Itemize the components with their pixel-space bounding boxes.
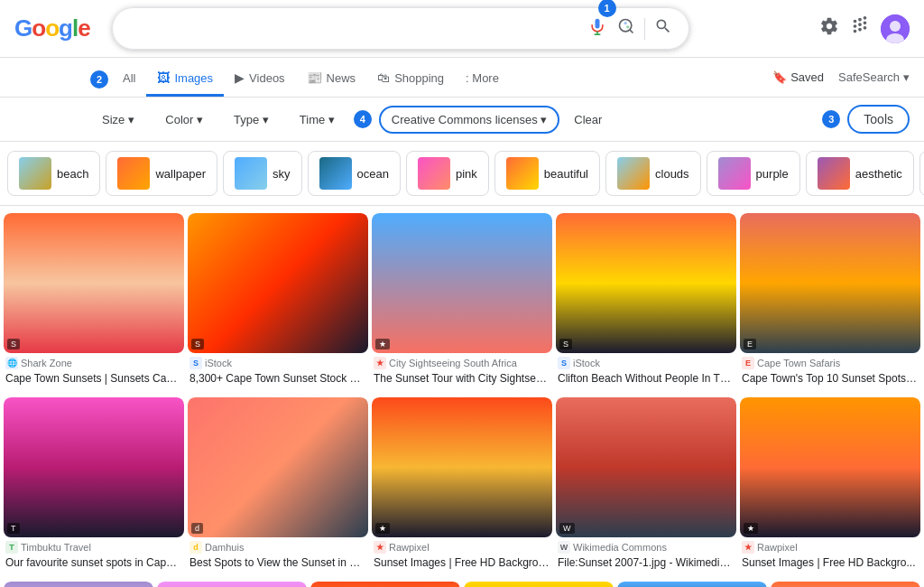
tab-images[interactable]: 🖼 Images [146, 61, 224, 97]
svg-point-3 [624, 22, 626, 24]
chip-aesthetic[interactable]: aesthetic [806, 151, 914, 196]
clear-label: Clear [574, 113, 602, 126]
chip-pink[interactable]: pink [406, 151, 489, 196]
image-1-3: ★ [372, 213, 552, 353]
svg-point-2 [619, 20, 631, 32]
clear-filter-button[interactable]: Clear [567, 107, 609, 132]
image-1-1: S [4, 213, 184, 353]
tab-more[interactable]: : More [455, 62, 510, 97]
type-filter-label: Type ▾ [234, 113, 269, 126]
logo-letter-o1: o [32, 14, 45, 42]
image-grid: S 🌐 Shark Zone Cape Town Sunsets | Sunse… [0, 206, 924, 587]
image-card-2-1[interactable]: T T Timbuktu Travel Our favourite sunset… [4, 397, 184, 578]
image-card-3-5[interactable] [617, 582, 767, 587]
search-button[interactable] [652, 15, 674, 42]
image-3-5 [617, 582, 767, 587]
tab-videos-label: Videos [249, 71, 285, 85]
image-card-3-2[interactable] [157, 582, 307, 587]
source-name-1-4: iStock [573, 358, 600, 368]
img-title-1-3: The Sunset Tour with City Sightseeing ..… [374, 371, 550, 387]
time-filter[interactable]: Time ▾ [288, 107, 346, 133]
color-filter[interactable]: Color ▾ [153, 107, 215, 133]
image-2-5: ★ [740, 397, 920, 537]
source-name-2-2: Damhuis [205, 542, 244, 553]
image-card-3-6[interactable] [771, 582, 920, 587]
image-3-6 [771, 582, 920, 587]
size-filter-label: Size [102, 113, 125, 126]
image-card-1-3[interactable]: ★ ★ City Sightseeing South Africa The Su… [372, 213, 552, 394]
saved-button[interactable]: 🔖 Saved [772, 70, 824, 84]
image-card-2-5[interactable]: ★ ★ Rawpixel Sunset Images | Free HD Bac… [740, 397, 920, 578]
chip-pink-thumb [418, 157, 450, 190]
annotation-2: 2 [90, 70, 108, 89]
avatar[interactable] [881, 14, 910, 43]
chip-sky-thumb [235, 157, 267, 190]
chip-ocean[interactable]: ocean [308, 151, 401, 196]
annotation-4: 4 [354, 110, 372, 128]
img-title-1-1: Cape Town Sunsets | Sunsets Cape To... [5, 371, 182, 387]
svg-point-6 [890, 21, 901, 32]
size-filter[interactable]: Size ▾ [90, 107, 146, 133]
chip-sky-label: sky [273, 167, 291, 181]
image-card-1-2[interactable]: S S iStock 8,300+ Cape Town Sunset Stock… [188, 213, 368, 394]
tab-all[interactable]: All [112, 62, 146, 97]
lens-button[interactable] [615, 15, 637, 42]
image-card-3-4[interactable] [464, 582, 614, 587]
microphone-button[interactable] [587, 15, 608, 42]
tab-videos[interactable]: ▶ Videos [224, 61, 296, 97]
google-logo: Google [14, 14, 90, 42]
chip-beautiful[interactable]: beautiful [494, 151, 600, 196]
img-title-2-4: File:Sunset 2007-1.jpg - Wikimedia ... [558, 555, 735, 571]
chip-landscape[interactable]: landscape [919, 151, 924, 196]
source-icon-2-3: ★ [374, 541, 386, 554]
img-source-2-4: W Wikimedia Commons [558, 541, 735, 554]
tab-shopping[interactable]: 🛍 Shopping [366, 61, 455, 97]
nav-tabs: 2 All 🖼 Images ▶ Videos 📰 News 🛍 Shoppin… [0, 58, 924, 98]
chip-aesthetic-label: aesthetic [855, 167, 902, 181]
image-card-2-3[interactable]: ★ ★ Rawpixel Sunset Images | Free HD Bac… [372, 397, 552, 578]
tools-button[interactable]: Tools [847, 105, 910, 134]
apps-button[interactable] [850, 16, 870, 41]
image-card-3-1[interactable] [4, 582, 153, 587]
safesearch[interactable]: SafeSearch ▾ [838, 70, 910, 84]
img-title-1-5: Cape Town's Top 10 Sunset Spots • Ca... [742, 371, 919, 387]
source-icon-2-5: ★ [742, 541, 754, 554]
image-card-1-1[interactable]: S 🌐 Shark Zone Cape Town Sunsets | Sunse… [4, 213, 184, 394]
source-icon-1-5: E [742, 357, 754, 369]
image-card-3-3[interactable] [310, 582, 460, 587]
source-icon-2-2: d [189, 541, 202, 554]
tab-news[interactable]: 📰 News [296, 61, 367, 97]
cc-license-filter[interactable]: Creative Commons licenses ▾ [379, 106, 559, 134]
chip-clouds-thumb [617, 157, 650, 190]
image-row-2: T T Timbuktu Travel Our favourite sunset… [0, 397, 924, 578]
settings-button[interactable] [819, 16, 839, 41]
source-name-2-4: Wikimedia Commons [573, 542, 667, 553]
saved-label: Saved [790, 70, 824, 84]
cc-filter-label: Creative Commons licenses ▾ [392, 113, 547, 126]
type-filter[interactable]: Type ▾ [222, 107, 281, 133]
chip-clouds[interactable]: clouds [605, 151, 701, 196]
source-name-1-5: Cape Town Safaris [757, 358, 840, 368]
chip-aesthetic-thumb [818, 157, 850, 190]
search-input[interactable]: sunset [127, 21, 579, 37]
img-title-2-5: Sunset Images | Free HD Backgro... [742, 555, 919, 571]
svg-point-4 [626, 25, 629, 28]
chip-beach[interactable]: beach [7, 151, 100, 196]
chip-wallpaper[interactable]: wallpaper [106, 151, 217, 196]
image-card-1-5[interactable]: E E Cape Town Safaris Cape Town's Top 10… [740, 213, 920, 394]
img-title-1-4: Clifton Beach Without People In The ... [558, 371, 735, 387]
image-1-2: S [188, 213, 368, 353]
tab-videos-icon: ▶ [235, 70, 245, 85]
image-card-2-2[interactable]: d d Damhuis Best Spots to View the Sunse… [188, 397, 368, 578]
img-info-2-3: ★ Rawpixel Sunset Images | Free HD Backg… [372, 537, 552, 578]
chip-sky[interactable]: sky [223, 151, 302, 196]
chip-purple[interactable]: purple [707, 151, 800, 196]
tab-news-icon: 📰 [307, 70, 322, 85]
logo-letter-g2: g [59, 14, 72, 42]
image-1-5: E [740, 213, 920, 353]
image-card-2-4[interactable]: W W Wikimedia Commons File:Sunset 2007-1… [556, 397, 736, 578]
image-card-1-4[interactable]: S S iStock Clifton Beach Without People … [556, 213, 736, 394]
img-source-2-2: d Damhuis [189, 541, 366, 554]
tools-label: Tools [864, 112, 893, 126]
image-3-2 [157, 582, 307, 587]
